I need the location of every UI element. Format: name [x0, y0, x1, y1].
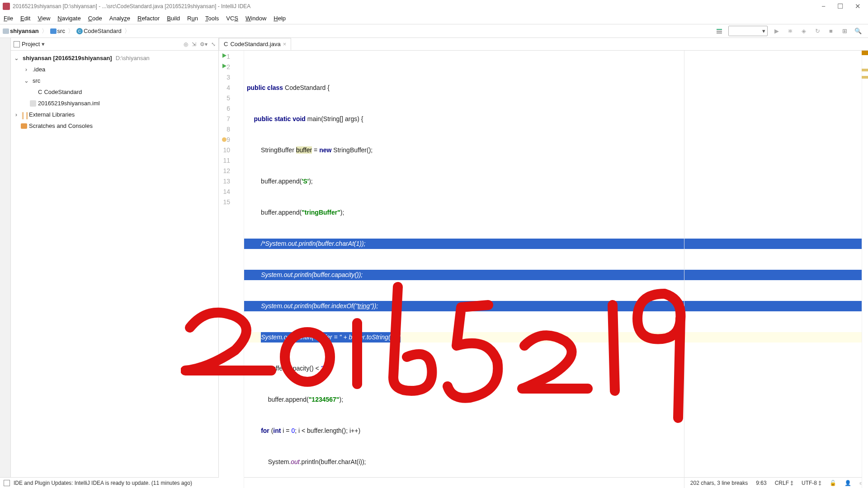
- class-icon: C: [224, 41, 228, 47]
- status-message[interactable]: IDE and Plugin Updates: IntelliJ IDEA is…: [14, 480, 192, 486]
- warning-gutter-icon[interactable]: [222, 137, 226, 142]
- close-button[interactable]: ✕: [855, 2, 861, 10]
- structure-button[interactable]: ⊞: [840, 27, 849, 36]
- window-title: 20165219shiyansan [D:\shiyansan] - ...\s…: [13, 3, 250, 9]
- editor-tabs: C CodeStandard.java ×: [219, 38, 868, 51]
- debug-button[interactable]: ⛯: [786, 27, 795, 36]
- folder-icon: [3, 28, 9, 34]
- inspection-marker[interactable]: [862, 51, 868, 55]
- coverage-button[interactable]: ◈: [799, 27, 808, 36]
- class-icon: C: [76, 28, 83, 34]
- code-text[interactable]: public class CodeStandard { public stati…: [244, 51, 862, 488]
- minimize-button[interactable]: −: [821, 2, 826, 10]
- menu-tools[interactable]: Tools: [205, 15, 219, 22]
- menu-analyze[interactable]: Analyze: [109, 15, 130, 22]
- tab-label: CodeStandard.java: [230, 41, 280, 47]
- chevron-down-icon[interactable]: ▾: [42, 41, 45, 47]
- profile-button[interactable]: ↻: [813, 27, 822, 36]
- hide-icon[interactable]: ⤡: [211, 41, 216, 47]
- gutter[interactable]: 1 2 3 4 5 6 7 8 9 10 11 12 13 14 15: [219, 51, 244, 488]
- chevron-icon: 〉: [67, 27, 75, 35]
- run-config-dropdown[interactable]: [729, 26, 760, 36]
- menu-run[interactable]: Run: [187, 15, 198, 22]
- tree-scratches[interactable]: › Scratches and Consoles: [11, 120, 218, 131]
- target-icon[interactable]: ◎: [184, 41, 188, 47]
- code-editor[interactable]: 1 2 3 4 5 6 7 8 9 10 11 12 13 14 15 publ…: [219, 51, 868, 488]
- crumb-class[interactable]: C CodeStandard: [76, 28, 122, 34]
- tree-root[interactable]: ⌄ shiyansan [20165219shiyansan]D:\shiyan…: [11, 52, 218, 64]
- collapse-icon[interactable]: ⇲: [192, 41, 196, 47]
- error-stripe[interactable]: [862, 51, 868, 488]
- chevron-icon: 〉: [123, 27, 131, 35]
- gear-icon[interactable]: ⚙▾: [200, 41, 208, 47]
- project-title[interactable]: Project: [22, 41, 40, 47]
- menu-build[interactable]: Build: [167, 15, 180, 22]
- menu-view[interactable]: View: [38, 15, 50, 22]
- close-tab-icon[interactable]: ×: [283, 41, 287, 47]
- menu-code[interactable]: Code: [88, 15, 102, 22]
- run-button[interactable]: ▶: [772, 27, 781, 36]
- menubar: FFileile Edit View Navigate Code Analyze…: [0, 13, 868, 24]
- menu-file[interactable]: FFileile: [4, 15, 13, 22]
- library-icon: ║║: [21, 112, 27, 117]
- nav-breadcrumb-bar: shiyansan 〉 src 〉 C CodeStandard 〉 ▾ ▶ ⛯…: [0, 24, 868, 38]
- titlebar: 20165219shiyansan [D:\shiyansan] - ...\s…: [0, 0, 868, 13]
- project-panel-header: Project ▾ ◎ ⇲ ⚙▾ ⤡: [11, 38, 218, 51]
- notification-icon[interactable]: [4, 480, 10, 486]
- crumb-root[interactable]: shiyansan: [3, 28, 39, 34]
- folder-icon: [50, 28, 57, 34]
- app-icon: [3, 3, 10, 10]
- file-icon: [30, 100, 36, 107]
- tree-iml[interactable]: 20165219shiyansan.iml: [11, 98, 218, 109]
- tree-src[interactable]: ⌄ src: [11, 75, 218, 86]
- class-icon: C: [38, 89, 42, 95]
- warning-marker[interactable]: [862, 69, 868, 71]
- menu-edit[interactable]: Edit: [20, 15, 30, 22]
- warning-marker[interactable]: [862, 76, 868, 79]
- menu-refactor[interactable]: Refactor: [137, 15, 160, 22]
- scratches-icon: [21, 123, 27, 129]
- lines-icon[interactable]: [715, 27, 724, 36]
- project-tree[interactable]: ⌄ shiyansan [20165219shiyansan]D:\shiyan…: [11, 51, 218, 477]
- tree-idea[interactable]: › .idea: [11, 64, 218, 75]
- tree-ext-lib[interactable]: ›║║ External Libraries: [11, 109, 218, 120]
- crumb-src[interactable]: src: [50, 28, 65, 34]
- tree-class[interactable]: C CodeStandard: [11, 86, 218, 98]
- menu-vcs[interactable]: VCS: [226, 15, 238, 22]
- run-gutter-icon[interactable]: [222, 53, 226, 58]
- chevron-down-icon[interactable]: ▾: [760, 28, 767, 34]
- menu-navigate[interactable]: Navigate: [57, 15, 80, 22]
- tab-codestandard[interactable]: C CodeStandard.java ×: [219, 38, 291, 50]
- chevron-icon: 〉: [41, 27, 48, 35]
- search-button[interactable]: 🔍: [854, 27, 863, 36]
- project-icon: [14, 41, 20, 47]
- maximize-button[interactable]: ☐: [837, 2, 843, 10]
- left-toolstrip[interactable]: [0, 38, 11, 477]
- menu-help[interactable]: Help: [274, 15, 286, 22]
- menu-window[interactable]: Window: [245, 15, 266, 22]
- run-gutter-icon[interactable]: [222, 64, 226, 68]
- stop-button[interactable]: ■: [826, 27, 835, 36]
